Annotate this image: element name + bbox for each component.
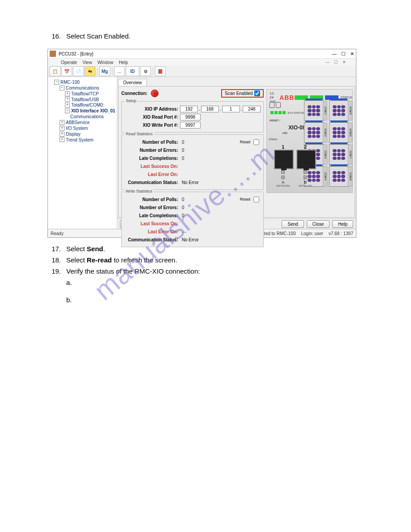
ethernet-1: 1 A NETWORK [274,143,292,187]
menu-window[interactable]: Window [98,60,114,65]
tree-tcp[interactable]: Totalflow/TCP [71,91,99,96]
tree-xio-comm[interactable]: Communications [70,114,103,119]
read-reset-checkbox[interactable] [253,139,259,145]
brand-logo: ABB [279,94,294,101]
voltage-label: 12-24 Vdc [270,91,276,103]
connection-label: Connection: [121,91,147,96]
tree-abbservice[interactable]: ABBService [66,120,90,125]
write-errors: 0 [182,205,184,210]
tree-communications[interactable]: Communications [66,86,99,90]
tool-help[interactable]: 📕 [155,66,166,76]
scan-enabled-box[interactable]: Scan Enabled [221,89,264,98]
lock-icon [270,102,281,109]
menu-view[interactable]: View [82,60,92,65]
read-port-input[interactable] [180,114,201,120]
ip-1[interactable] [180,106,198,112]
tool-setup[interactable]: ⚙ [140,66,151,76]
reset-label: RESET○ [270,119,280,122]
menu-operate[interactable]: Operate [61,60,77,65]
help-button[interactable]: Help [332,220,353,228]
step-16: 16.Select Scan Enabled. [45,31,366,41]
tree-usb[interactable]: Totalflow/USB [71,97,99,102]
write-polls: 0 [182,197,184,202]
maximize-button[interactable]: ☐ [341,51,346,57]
write-commstatus: No Error [182,237,199,242]
usd-label: uSD [282,132,287,134]
read-errors: 0 [182,148,184,153]
ip-3[interactable] [222,106,240,112]
tree-com0[interactable]: Totalflow/COM0: [71,103,104,107]
write-stats-group: Write Statistics Number of Polls:0 Reset… [121,192,264,247]
write-late: 0 [182,213,184,218]
status-login: Login: user [301,231,323,236]
step-19a: a. [66,278,366,287]
sys-status-leds: SYS STATUS [270,111,304,114]
tool-4[interactable]: ⇆ [85,66,95,76]
read-port-label: XIO Read Port #: [124,115,180,120]
ip-2[interactable] [201,106,219,112]
minimize-button[interactable]: — [332,51,337,56]
tool-1[interactable]: 📋 [50,66,60,76]
menubar: Operate View Window Help — ☐ ✕ [48,59,356,66]
menu-help[interactable]: Help [119,60,128,65]
tree-trend-system[interactable]: Trend System [66,137,94,142]
pccu-window: PCCU32 - [Entry] — ☐ ✕ Operate View Wind… [47,49,356,238]
tool-3[interactable]: 📄 [73,66,84,76]
write-port-input[interactable] [180,122,201,129]
read-late: 0 [182,156,184,161]
read-commstatus: No Error [182,180,199,185]
connection-indicator [151,90,158,97]
write-lasterr: --- [182,229,186,234]
setup-group: Setup XIO IP Address: . . . [121,101,264,133]
nav-tree[interactable]: −RMC-100 −Communications +Totalflow/TCP … [48,77,117,229]
step-19: 19.Verify the status of the RMC-XIO conn… [45,266,366,276]
step-18: 18.Select Re-read to refresh the screen. [45,255,366,265]
ethernet-2: 2 B NETWORK [296,143,314,187]
ip-label: XIO IP Address: [124,107,180,112]
tool-6[interactable]: … [114,66,125,76]
ip-4[interactable] [243,106,261,112]
close-panel-button[interactable]: Close [307,220,330,228]
step-19b: b. [66,295,366,305]
app-icon [50,51,56,57]
cold-label: COLD○ [269,138,278,141]
device-model: XIO-08 [288,124,305,131]
write-port-label: XIO Write Port #: [124,123,180,128]
read-polls: 0 [182,140,184,145]
tool-5[interactable]: Mg [99,66,110,76]
tree-display[interactable]: Display [66,132,81,137]
tree-io-system[interactable]: I/O System [66,126,88,131]
status-version: v7.68 : 1397 [329,231,353,236]
tool-2[interactable]: 📅 [61,66,72,76]
tree-root[interactable]: RMC-100 [60,80,80,85]
window-title: PCCU32 - [Entry] [59,51,93,56]
device-illustration: 12-24 Vdc ABB STATUS [266,89,353,193]
scan-enabled-checkbox[interactable] [254,90,260,96]
titlebar: PCCU32 - [Entry] — ☐ ✕ [48,49,356,59]
close-button[interactable]: ✕ [350,51,354,57]
tab-overview[interactable]: Overview [118,79,147,86]
toolbar: 📋 📅 📄 ⇆ Mg … ID ⚙ 📕 [48,66,356,77]
status-ready: Ready [51,231,64,236]
write-reset-checkbox[interactable] [253,197,259,202]
tool-id[interactable]: ID [126,66,139,76]
tree-xio-interface[interactable]: XIO Interface XIO_01 [71,108,115,113]
mdi-controls[interactable]: — ☐ ✕ [325,60,348,64]
read-stats-group: Read Statistics Number of Polls:0 Reset … [121,134,264,190]
scan-enabled-label: Scan Enabled [225,91,253,96]
send-button[interactable]: Send [282,220,304,228]
menu-icon [51,60,56,65]
